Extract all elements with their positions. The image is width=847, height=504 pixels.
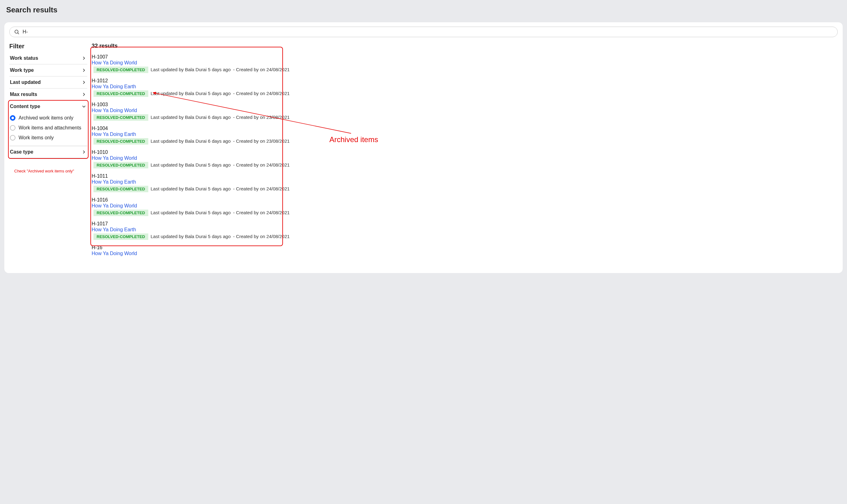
meta-updated-by: Last updated by Bala Durai 5 days ago xyxy=(151,67,231,72)
radio-icon xyxy=(10,115,16,121)
search-box[interactable] xyxy=(9,26,838,37)
chevron-down-icon xyxy=(81,104,87,109)
result-meta-row: RESOLVED-COMPLETEDLast updated by Bala D… xyxy=(92,90,838,97)
result-item: H-1003How Ya Doing WorldRESOLVED-COMPLET… xyxy=(92,101,838,125)
filter-section-content-type: Content type Archived work items onlyWor… xyxy=(9,101,87,146)
filter-header-case-type[interactable]: Case type xyxy=(9,146,87,158)
content-type-option[interactable]: Work items and attachments xyxy=(9,123,87,133)
filters-sidebar: Filter Work status Work type xyxy=(9,41,87,261)
filter-header-work-status[interactable]: Work status xyxy=(9,52,87,64)
svg-point-0 xyxy=(15,30,18,33)
result-id: H-1007 xyxy=(92,54,838,60)
result-meta-row: RESOLVED-COMPLETEDLast updated by Bala D… xyxy=(92,67,838,73)
result-item: H-1016How Ya Doing WorldRESOLVED-COMPLET… xyxy=(92,197,838,220)
content-type-option-label: Work items and attachments xyxy=(19,125,81,131)
filter-heading: Filter xyxy=(9,41,87,52)
content-type-option-label: Archived work items only xyxy=(19,115,73,121)
result-title-link[interactable]: How Ya Doing World xyxy=(92,108,137,113)
status-badge: RESOLVED-COMPLETED xyxy=(93,210,148,216)
meta-updated-by: Last updated by Bala Durai 5 days ago xyxy=(151,91,231,96)
filter-section-max-results: Max results xyxy=(9,89,87,101)
result-meta-row: RESOLVED-COMPLETEDLast updated by Bala D… xyxy=(92,233,838,240)
meta-updated-by: Last updated by Bala Durai 6 days ago xyxy=(151,138,231,144)
annotation-filter-note: Check "Archived work items only" xyxy=(14,169,87,173)
results-list: H-1007How Ya Doing WorldRESOLVED-COMPLET… xyxy=(92,53,838,261)
result-title-link[interactable]: How Ya Doing Earth xyxy=(92,84,136,89)
result-title-link[interactable]: How Ya Doing World xyxy=(92,60,137,66)
result-title-link[interactable]: How Ya Doing Earth xyxy=(92,227,136,233)
status-badge: RESOLVED-COMPLETED xyxy=(93,138,148,145)
meta-created-by: - Created by on 24/08/2021 xyxy=(233,91,290,96)
result-id: H-1016 xyxy=(92,197,838,203)
filter-label-case-type: Case type xyxy=(10,149,33,155)
filter-header-content-type[interactable]: Content type xyxy=(9,101,87,112)
result-id: H-1010 xyxy=(92,149,838,155)
chevron-right-icon xyxy=(81,149,87,155)
result-item: H-1004How Ya Doing EarthRESOLVED-COMPLET… xyxy=(92,125,838,149)
result-id: H-1012 xyxy=(92,78,838,84)
filter-header-work-type[interactable]: Work type xyxy=(9,65,87,76)
radio-icon xyxy=(10,135,16,141)
content-type-option[interactable]: Work items only xyxy=(9,133,87,143)
meta-created-by: - Created by on 24/08/2021 xyxy=(233,234,290,239)
result-item: H-1011How Ya Doing EarthRESOLVED-COMPLET… xyxy=(92,173,838,197)
status-badge: RESOLVED-COMPLETED xyxy=(93,90,148,97)
result-id: H-1011 xyxy=(92,173,838,179)
page-heading: Search results xyxy=(0,0,847,22)
results-count: 32 results xyxy=(92,41,838,53)
result-id: H-1004 xyxy=(92,126,838,131)
result-item: H-1010How Ya Doing WorldRESOLVED-COMPLET… xyxy=(92,149,838,173)
meta-created-by: - Created by on 24/08/2021 xyxy=(233,162,290,167)
result-id: H-1017 xyxy=(92,221,838,227)
result-title-link[interactable]: How Ya Doing Earth xyxy=(92,179,136,185)
results-panel: Filter Work status Work type xyxy=(4,22,843,273)
status-badge: RESOLVED-COMPLETED xyxy=(93,233,148,240)
content-type-option[interactable]: Archived work items only xyxy=(9,113,87,123)
chevron-right-icon xyxy=(81,68,87,73)
meta-created-by: - Created by on 23/08/2021 xyxy=(233,114,290,120)
meta-created-by: - Created by on 24/08/2021 xyxy=(233,210,290,215)
result-title-link[interactable]: How Ya Doing World xyxy=(92,251,137,256)
status-badge: RESOLVED-COMPLETED xyxy=(93,186,148,192)
filter-section-last-updated: Last updated xyxy=(9,76,87,89)
meta-updated-by: Last updated by Bala Durai 5 days ago xyxy=(151,162,231,167)
result-meta-row: RESOLVED-COMPLETEDLast updated by Bala D… xyxy=(92,162,838,168)
chevron-right-icon xyxy=(81,55,87,61)
result-item: H-1007How Ya Doing WorldRESOLVED-COMPLET… xyxy=(92,54,838,77)
result-meta-row: RESOLVED-COMPLETEDLast updated by Bala D… xyxy=(92,138,838,145)
result-meta-row: RESOLVED-COMPLETEDLast updated by Bala D… xyxy=(92,186,838,192)
meta-created-by: - Created by on 24/08/2021 xyxy=(233,186,290,191)
result-item: H-1017How Ya Doing EarthRESOLVED-COMPLET… xyxy=(92,220,838,244)
result-title-link[interactable]: How Ya Doing World xyxy=(92,203,137,209)
radio-icon xyxy=(10,125,16,131)
search-icon xyxy=(14,29,19,35)
result-item: H-1012How Ya Doing EarthRESOLVED-COMPLET… xyxy=(92,77,838,101)
filter-header-last-updated[interactable]: Last updated xyxy=(9,76,87,88)
result-title-link[interactable]: How Ya Doing World xyxy=(92,156,137,161)
chevron-right-icon xyxy=(81,92,87,97)
status-badge: RESOLVED-COMPLETED xyxy=(93,67,148,73)
filter-label-last-updated: Last updated xyxy=(10,79,41,85)
meta-created-by: - Created by on 23/08/2021 xyxy=(233,138,290,144)
search-input[interactable] xyxy=(23,29,833,35)
filter-label-max-results: Max results xyxy=(10,92,37,97)
result-title-link[interactable]: How Ya Doing Earth xyxy=(92,131,136,137)
status-badge: RESOLVED-COMPLETED xyxy=(93,162,148,168)
meta-updated-by: Last updated by Bala Durai 5 days ago xyxy=(151,186,231,191)
result-meta-row: RESOLVED-COMPLETEDLast updated by Bala D… xyxy=(92,114,838,121)
result-item: H-16How Ya Doing World xyxy=(92,244,838,261)
status-badge: RESOLVED-COMPLETED xyxy=(93,114,148,121)
chevron-right-icon xyxy=(81,79,87,85)
result-id: H-1003 xyxy=(92,102,838,107)
meta-updated-by: Last updated by Bala Durai 6 days ago xyxy=(151,114,231,120)
svg-line-1 xyxy=(18,33,19,34)
filter-label-work-type: Work type xyxy=(10,68,34,73)
filter-label-work-status: Work status xyxy=(10,55,38,61)
meta-updated-by: Last updated by Bala Durai 5 days ago xyxy=(151,210,231,215)
filter-header-max-results[interactable]: Max results xyxy=(9,89,87,100)
meta-created-by: - Created by on 24/08/2021 xyxy=(233,67,290,72)
filter-section-work-type: Work type xyxy=(9,65,87,76)
filter-section-work-status: Work status xyxy=(9,52,87,65)
meta-updated-by: Last updated by Bala Durai 5 days ago xyxy=(151,234,231,239)
content-type-options: Archived work items onlyWork items and a… xyxy=(9,112,87,146)
